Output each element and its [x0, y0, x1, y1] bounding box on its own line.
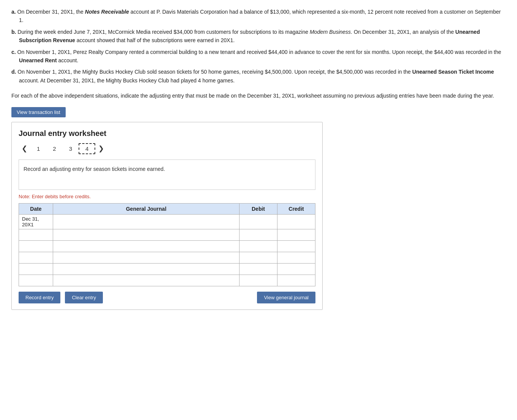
label-b: b. [11, 29, 16, 35]
debit-input-5[interactable] [240, 275, 277, 286]
credit-input-2[interactable] [277, 241, 315, 252]
gj-input-2[interactable] [53, 241, 239, 252]
view-transaction-button[interactable]: View transaction list [11, 107, 66, 117]
credit-input-4[interactable] [277, 264, 315, 275]
buttons-row: Record entry Clear entry View general jo… [19, 292, 315, 303]
table-header-row: Date General Journal Debit Credit [19, 203, 315, 214]
entry-description: Record an adjusting entry for season tic… [19, 159, 315, 190]
gj-input-0[interactable] [53, 215, 239, 229]
label-d: d. [11, 69, 16, 75]
view-general-journal-button[interactable]: View general journal [257, 292, 315, 303]
label-c: c. [11, 49, 16, 55]
label-a: a. [11, 9, 16, 15]
debit-input-2[interactable] [240, 241, 277, 252]
table-row [19, 275, 315, 286]
debit-cell-3[interactable] [240, 252, 277, 263]
date-cell-3 [19, 252, 53, 263]
journal-table: Date General Journal Debit Credit Dec 31… [19, 203, 315, 286]
debit-cell-1[interactable] [240, 229, 277, 240]
problem-c: c. On November 1, 20X1, Perez Realty Com… [11, 48, 506, 65]
gj-cell-1[interactable] [53, 229, 240, 240]
gj-input-4[interactable] [53, 264, 239, 275]
debit-input-4[interactable] [240, 264, 277, 275]
table-row [19, 252, 315, 263]
credit-cell-5[interactable] [277, 275, 315, 286]
credit-cell-0[interactable] [277, 214, 315, 229]
record-entry-button[interactable]: Record entry [19, 292, 60, 303]
credit-cell-2[interactable] [277, 240, 315, 252]
worksheet-title: Journal entry worksheet [19, 129, 315, 138]
table-row [19, 240, 315, 252]
gj-cell-5[interactable] [53, 275, 240, 286]
gj-input-3[interactable] [53, 252, 239, 263]
credit-input-1[interactable] [277, 229, 315, 240]
clear-entry-button[interactable]: Clear entry [65, 292, 103, 303]
gj-cell-3[interactable] [53, 252, 240, 263]
debit-cell-2[interactable] [240, 240, 277, 252]
debit-cell-5[interactable] [240, 275, 277, 286]
debit-cell-4[interactable] [240, 263, 277, 275]
header-debit: Debit [240, 203, 277, 214]
instructions-text: For each of the above independent situat… [11, 92, 506, 100]
gj-cell-2[interactable] [53, 240, 240, 252]
credit-input-3[interactable] [277, 252, 315, 263]
credit-input-5[interactable] [277, 275, 315, 286]
problem-b: b. During the week ended June 7, 20X1, M… [11, 28, 506, 45]
gj-cell-4[interactable] [53, 263, 240, 275]
header-date: Date [19, 203, 53, 214]
credit-cell-1[interactable] [277, 229, 315, 240]
gj-input-5[interactable] [53, 275, 239, 286]
header-credit: Credit [277, 203, 315, 214]
date-cell-5 [19, 275, 53, 286]
debit-input-0[interactable] [240, 215, 277, 229]
gj-input-1[interactable] [53, 229, 239, 240]
note-text: Note: Enter debits before credits. [19, 194, 315, 199]
date-cell-4 [19, 263, 53, 275]
table-row: Dec 31,20X1 [19, 214, 315, 229]
debit-input-1[interactable] [240, 229, 277, 240]
prev-tab-button[interactable]: ❮ [19, 144, 30, 153]
tab-4[interactable]: 4 [79, 143, 95, 154]
tab-1[interactable]: 1 [30, 144, 46, 154]
table-row [19, 263, 315, 275]
tabs-row: ❮ 1 2 3 4 ❯ [19, 143, 315, 154]
worksheet-container: Journal entry worksheet ❮ 1 2 3 4 ❯ Reco… [11, 122, 323, 310]
tab-3[interactable]: 3 [63, 144, 79, 154]
date-cell-1 [19, 229, 53, 240]
date-cell-0: Dec 31,20X1 [19, 214, 53, 229]
problem-d: d. On November 1, 20X1, the Mighty Bucks… [11, 68, 506, 85]
credit-cell-4[interactable] [277, 263, 315, 275]
next-tab-button[interactable]: ❯ [95, 144, 107, 153]
tab-2[interactable]: 2 [46, 144, 62, 154]
credit-cell-3[interactable] [277, 252, 315, 263]
problem-a: a. On December 31, 20X1, the Notes Recei… [11, 8, 506, 25]
table-row [19, 229, 315, 240]
debit-input-3[interactable] [240, 252, 277, 263]
credit-input-0[interactable] [277, 215, 315, 229]
debit-cell-0[interactable] [240, 214, 277, 229]
date-cell-2 [19, 240, 53, 252]
gj-cell-0[interactable] [53, 214, 240, 229]
problem-text: a. On December 31, 20X1, the Notes Recei… [11, 8, 506, 85]
header-general-journal: General Journal [53, 203, 240, 214]
